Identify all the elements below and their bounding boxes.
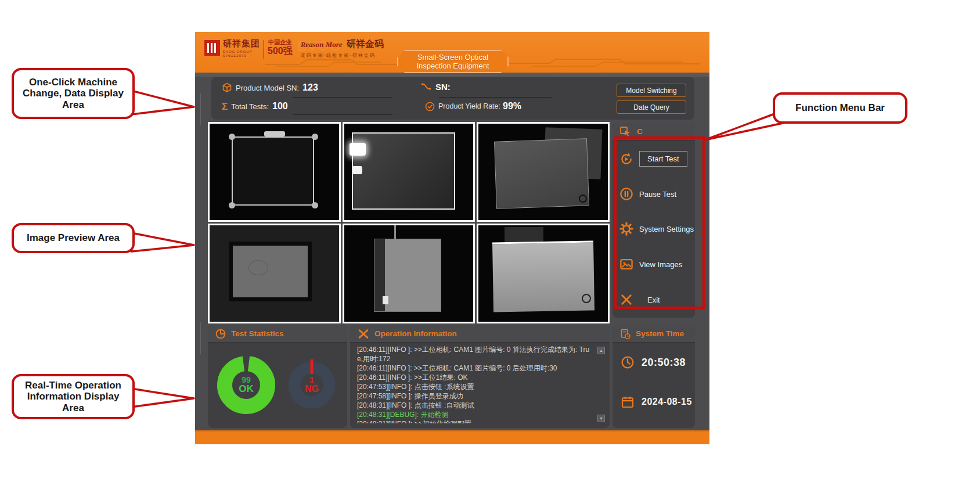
clock-icon — [621, 355, 635, 369]
test-statistics-header: Test Statistics — [208, 325, 347, 343]
ok-count: 99 — [242, 376, 251, 384]
operation-info-title: Operation Information — [374, 329, 457, 338]
preview-image-4 — [208, 224, 341, 323]
underline — [293, 114, 392, 115]
system-time-title: System Time — [636, 329, 684, 338]
hand-click-icon — [619, 126, 632, 138]
yield-check-icon — [425, 102, 435, 111]
pause-test-button[interactable]: Pause Test — [613, 187, 695, 201]
edge-bracket-decoration — [200, 322, 201, 354]
product-box-icon — [222, 82, 232, 93]
underline — [293, 97, 392, 98]
start-test-label: Start Test — [639, 151, 687, 167]
preview-image-1 — [208, 122, 341, 222]
log-line: [20:47:53][INFO ]: 点击按钮 :系统设置 — [357, 382, 595, 391]
product-model-value: 123 — [302, 82, 318, 93]
sn-connector-icon — [420, 81, 432, 92]
log-line: [20:48:31][INFO ]: 点击按钮 :自动测试 — [357, 401, 595, 410]
pause-test-label: Pause Test — [639, 190, 676, 199]
logo-since: SINCE1979 — [223, 54, 260, 57]
app-title-line2: Inspection Equipment — [416, 62, 489, 70]
logo-rank-top: 中国企业 — [268, 38, 293, 46]
log-line: [20:47:58][INFO ]: 操作员登录成功 — [357, 391, 595, 401]
circuit-decoration-right — [509, 57, 700, 67]
ng-label: NG — [305, 384, 319, 394]
log-scroll-down-button[interactable]: ▼ — [597, 415, 605, 422]
exit-x-icon — [619, 293, 633, 307]
callout-data-area: One-Click Machine Change, Data Display A… — [12, 68, 135, 119]
circuit-decoration-left — [265, 57, 398, 67]
function-menu-header: C — [613, 123, 695, 141]
preview-image-5 — [343, 224, 475, 323]
logo-script-text: Reason More — [301, 40, 343, 49]
callout-tail-image-area — [131, 233, 194, 251]
pie-chart-icon — [215, 328, 226, 340]
product-model-label: Product Model SN: — [236, 84, 299, 92]
gear-icon — [619, 222, 633, 236]
ok-donut-chart: 99 OK — [214, 352, 279, 418]
exit-label: Exit — [647, 296, 660, 304]
logo-divider — [264, 40, 264, 59]
screenshot-stage: 研祥集团 EVOC GROUP SINCE1979 中国企业 500强 EVOC… — [0, 0, 980, 500]
yield-label: Product Yield Rate: — [438, 102, 500, 110]
app-title-plate: Small-Screen Optical Inspection Equipmen… — [397, 50, 509, 73]
pause-test-icon — [619, 187, 633, 201]
operation-info-header: Operation Information — [350, 325, 610, 343]
sigma-icon: Σ — [222, 102, 228, 111]
system-time-header: System Time — [613, 325, 695, 343]
image-preview-grid — [208, 122, 610, 323]
preview-image-6 — [477, 224, 610, 323]
preview-image-3 — [477, 122, 610, 222]
ok-label: OK — [239, 384, 254, 394]
total-tests-label: Total Tests: — [231, 102, 269, 111]
callout-menu-area: Function Menu Bar — [773, 92, 907, 124]
header-band-decoration — [195, 73, 709, 77]
edge-bracket-decoration — [200, 93, 201, 125]
log-line-debug: [20:48:31][DEBUG]: 开始检测 — [357, 410, 595, 419]
model-switching-button[interactable]: Model Switching — [617, 84, 686, 97]
app-header: 研祥集团 EVOC GROUP SINCE1979 中国企业 500强 EVOC… — [195, 32, 709, 73]
logo-group-en: EVOC GROUP — [223, 50, 260, 53]
exit-button[interactable]: Exit — [613, 293, 695, 307]
operation-info-panel: Operation Information [20:46:11][INFO ]:… — [350, 325, 610, 428]
function-menu-title: C — [637, 127, 643, 136]
app-title-line1: Small-Screen Optical — [417, 53, 488, 62]
doc-clock-icon — [619, 328, 631, 340]
system-settings-label: System Settings — [639, 225, 694, 233]
sn-label: SN: — [435, 82, 451, 92]
view-images-icon — [619, 258, 633, 271]
crossed-tools-icon — [357, 328, 370, 340]
callout-tail-log-area — [131, 389, 194, 407]
log-scroll-up-button[interactable]: ▲ — [597, 347, 605, 354]
function-menu-panel: C Start Test Pause Test — [613, 123, 695, 318]
ng-count: 1 — [309, 376, 314, 384]
logo-mark-icon — [204, 40, 220, 56]
callout-tail-data-area — [131, 91, 194, 114]
logo-group-name: 研祥集团 — [223, 38, 260, 49]
log-line: [20:46:11][INFO ]: >>工位相机: CAM1 图片编号: 0 … — [357, 364, 595, 373]
operation-log: [20:46:11][INFO ]: >>工位相机: CAM1 图片编号: 0 … — [357, 345, 595, 423]
app-window: 研祥集团 EVOC GROUP SINCE1979 中国企业 500强 EVOC… — [195, 32, 709, 444]
log-line: [20:46:11][INFO ]: >>工位相机: CAM1 图片编号: 0 … — [357, 345, 595, 364]
view-images-button[interactable]: View Images — [613, 258, 695, 271]
test-statistics-panel: Test Statistics 99 OK 1 — [208, 325, 347, 428]
view-images-label: View Images — [639, 260, 682, 269]
current-time: 20:50:38 — [642, 357, 686, 369]
underline — [439, 97, 552, 98]
app-footer-strip — [195, 430, 709, 444]
system-settings-button[interactable]: System Settings — [613, 222, 695, 236]
log-line: [20:48:31][INFO ]: >>初始化检测配置 — [357, 419, 595, 423]
preview-image-2 — [343, 122, 475, 222]
current-date: 2024-08-15 — [642, 397, 692, 407]
callout-log-area: Real-Time Operation Information Display … — [12, 374, 135, 419]
system-time-panel: System Time 20:50:38 2024-08-15 — [613, 325, 695, 428]
date-query-button[interactable]: Date Query — [617, 100, 686, 114]
callout-image-area: Image Preview Area — [12, 223, 135, 253]
start-test-button[interactable]: Start Test — [613, 151, 695, 167]
calendar-icon — [621, 395, 635, 409]
test-statistics-title: Test Statistics — [231, 329, 284, 338]
logo-rank-bottom: 500强 — [268, 46, 293, 56]
logo-brand-name: 研祥金码 — [347, 39, 384, 49]
yield-value: 99% — [503, 101, 521, 111]
total-tests-value: 100 — [272, 101, 288, 111]
